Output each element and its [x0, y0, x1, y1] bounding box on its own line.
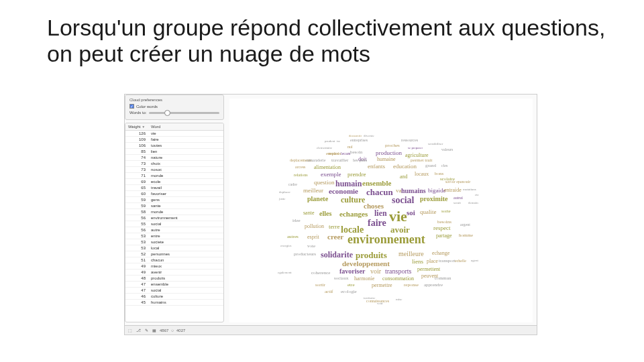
weight-cell: 56	[125, 216, 148, 220]
word-cell: societe	[148, 240, 223, 244]
cloud-word: and	[400, 174, 408, 180]
cloud-word: producteurs	[294, 252, 316, 257]
table-row[interactable]: 59gens	[125, 197, 223, 203]
table-row[interactable]: 55social	[125, 221, 223, 227]
weight-cell: 74	[125, 156, 148, 160]
cloud-word: education	[393, 164, 417, 170]
weight-cell: 53	[125, 234, 148, 238]
col-weight-header[interactable]: Weight ▼	[125, 123, 148, 130]
cloud-preferences-panel: Cloud preferences Color words Words to:	[125, 95, 224, 120]
table-row[interactable]: 53local	[125, 245, 223, 251]
table-row[interactable]: 109faire	[125, 137, 223, 143]
table-row[interactable]: 56autre	[125, 227, 223, 233]
color-words-checkbox[interactable]	[129, 104, 134, 109]
table-row[interactable]: 126vie	[125, 131, 223, 137]
table-row[interactable]: 58monde	[125, 209, 223, 215]
grid-icon[interactable]: ▦	[152, 328, 157, 333]
cloud-word: meilleure	[398, 251, 424, 257]
cloud-word: liens	[412, 259, 423, 265]
weight-cell: 126	[125, 131, 148, 135]
table-row[interactable]: 46culture	[125, 294, 223, 300]
cloud-word: savoir epanouir	[445, 180, 470, 184]
cloud-word: energies	[280, 244, 292, 247]
wordcloud-canvas[interactable]: vieenvironnementfairelocaleavoirsocialli…	[229, 99, 533, 322]
branch-icon[interactable]: ⎇	[136, 328, 141, 333]
cloud-word: ensemble	[362, 180, 391, 187]
cloud-word: sortir	[315, 283, 325, 288]
table-row[interactable]: 48produits	[125, 276, 223, 282]
table-row[interactable]: 85lien	[125, 149, 223, 155]
layer-icon[interactable]: ⬚	[127, 328, 133, 333]
cloud-word: locaux	[415, 172, 429, 177]
table-row[interactable]: 47ensemble	[125, 282, 223, 288]
word-cell: nosoc	[148, 168, 223, 172]
cloud-word: favoriser	[339, 268, 365, 275]
cloud-word: soi	[407, 209, 415, 217]
cloud-word: valeurs	[441, 147, 453, 152]
word-cell: avenir	[148, 270, 223, 274]
table-row[interactable]: 59sante	[125, 203, 223, 209]
word-cell: personnes	[148, 252, 223, 256]
cloud-word: faire	[368, 219, 386, 228]
word-cell: vie	[148, 131, 223, 135]
col-word-header[interactable]: Word	[148, 123, 223, 130]
words-weights-panel: Weight ▼ Word 126vie109faire106toutes85l…	[125, 123, 224, 322]
cloud-word: harmonie	[354, 276, 374, 282]
weight-cell: 47	[125, 282, 148, 286]
table-row[interactable]: 65travail	[125, 185, 223, 191]
table-row[interactable]: 49avenir	[125, 269, 223, 276]
table-row[interactable]: 53societe	[125, 239, 223, 245]
cloud-word: bigaide	[428, 188, 446, 194]
cloud-word: sensibiliser	[428, 142, 443, 145]
cloud-word: question	[314, 180, 335, 186]
slide-title: Lorsqu'un groupe répond collectivement a…	[47, 15, 617, 67]
table-row[interactable]: 60favoriser	[125, 191, 223, 197]
weight-cell: 51	[125, 258, 148, 262]
cloud-word: chacun	[366, 188, 393, 196]
cloud-word: terre	[329, 224, 339, 230]
table-row[interactable]: 74nature	[125, 155, 223, 161]
cloud-word: egalement	[278, 271, 292, 274]
weight-cell: 53	[125, 246, 148, 250]
words-to-slider[interactable]	[149, 112, 219, 114]
edit-icon[interactable]: ✎	[144, 328, 149, 333]
weight-cell: 69	[125, 180, 148, 184]
word-cell: mieux	[148, 264, 223, 268]
word-cell: travail	[148, 186, 223, 190]
cloud-word: lecam	[341, 152, 350, 156]
cloud-word: consommation	[382, 276, 414, 282]
table-header: Weight ▼ Word	[125, 123, 223, 131]
table-row[interactable]: 73choix	[125, 161, 223, 167]
cloud-word: camaraderie	[306, 158, 325, 162]
cloud-word: prudent	[325, 139, 335, 143]
weight-cell: 46	[125, 294, 148, 298]
table-row[interactable]: 47social	[125, 288, 223, 294]
word-cell: gens	[148, 198, 223, 202]
cloud-word: choses	[364, 202, 384, 210]
table-row[interactable]: 52personnes	[125, 251, 223, 257]
cloud-word: entraide	[444, 188, 462, 193]
cloud-word: serait	[453, 201, 461, 204]
cloud-word: tre	[337, 139, 340, 143]
word-cell: produits	[148, 276, 223, 280]
cloud-word: relations	[294, 173, 308, 177]
word-cell: sante	[148, 204, 223, 208]
table-row[interactable]: 49mieux	[125, 263, 223, 269]
word-cell: humains	[148, 300, 223, 304]
cloud-word: vote	[307, 244, 315, 249]
cloud-word: idee	[292, 219, 301, 223]
table-row[interactable]: 69ecole	[125, 179, 223, 185]
table-row[interactable]: 106toutes	[125, 143, 223, 149]
cloud-word: autrui	[453, 196, 463, 200]
word-cell: local	[148, 246, 223, 250]
cloud-word: deplacer	[279, 190, 290, 194]
table-row[interactable]: 53entre	[125, 233, 223, 239]
table-row[interactable]: 45humains	[125, 300, 223, 306]
status-sep: ○	[171, 328, 174, 333]
table-row[interactable]: 73nosoc	[125, 167, 223, 173]
cloud-word: permettre	[372, 283, 392, 288]
table-row[interactable]: 71monde	[125, 173, 223, 179]
table-row[interactable]: 56environnement	[125, 215, 223, 221]
table-row[interactable]: 51chacun	[125, 257, 223, 263]
cloud-word: echange	[432, 251, 449, 256]
